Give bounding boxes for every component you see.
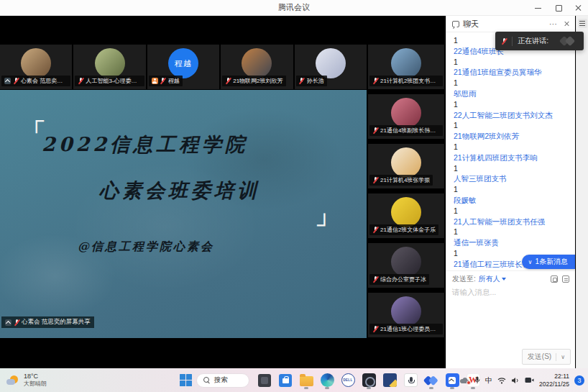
tray-microphone[interactable] [474, 376, 480, 384]
recorder-icon [404, 373, 418, 387]
taskbar-search[interactable]: 搜索 [196, 373, 249, 388]
send-to-dropdown[interactable]: 所有人 [479, 274, 506, 284]
new-message-pill[interactable]: ∨ 1条新消息 [522, 255, 575, 269]
chat-panel: 聊天 ⋯ 122通信4班班长121通信1班组宣委员冀瑞华1邬思雨122人工智能二… [446, 16, 575, 368]
slide-footer: @信息工程学院心素会 [78, 240, 214, 255]
chat-message: 21通信1班组宣委员冀瑞华 [454, 67, 568, 78]
tray-video[interactable] [525, 377, 534, 383]
chat-message: 1 [454, 57, 568, 68]
participant-tile[interactable]: 孙长浩 [295, 45, 367, 89]
participant-tile[interactable]: 21通信1班心理委员杨卓然 [368, 293, 444, 337]
store-icon [279, 374, 292, 387]
taskbar-app-recorder[interactable] [403, 372, 418, 389]
shared-screen[interactable]: 「 2022信息工程学院 心素会班委培训 」 @信息工程学院心素会 心素会 范思… [0, 90, 367, 338]
participant-name: 21计算机4班张学振 [380, 176, 430, 184]
chat-close-button[interactable] [564, 21, 569, 27]
folder-icon [300, 376, 313, 386]
taskbar-app-powertoys[interactable] [382, 372, 398, 389]
chat-message: 1 [454, 206, 568, 216]
minimize-button[interactable] [535, 4, 542, 12]
chat-message: 1 [454, 184, 568, 195]
chat-message: 1 [454, 120, 568, 131]
participant-name: 人工智能3-心理委员陈妙音 [86, 77, 141, 85]
chat-more-button[interactable]: ⋯ [549, 20, 558, 27]
mic-muted-icon [160, 78, 166, 85]
chat-messages[interactable]: 122通信4班班长121通信1班组宣委员冀瑞华1邬思雨122人工智能二班团支书刘… [446, 32, 575, 270]
weather-desc: 大部晴朗 [24, 380, 47, 388]
powertoys-icon [383, 373, 397, 387]
tray-volume[interactable] [511, 377, 520, 384]
new-message-text: 1条新消息 [535, 257, 568, 267]
mic-muted-icon [372, 78, 378, 85]
chat-message: 1 [454, 142, 568, 152]
speaking-indicator-tooltip: 正在讲话: [495, 32, 584, 50]
start-button[interactable] [180, 374, 192, 386]
taskbar-app-explorer[interactable] [298, 372, 314, 389]
participant-name: 孙长浩 [307, 77, 324, 85]
chat-input[interactable]: 请输入消息... [446, 286, 575, 300]
weather-widget[interactable]: 18°C 大部晴朗 [6, 368, 47, 392]
ime-indicator[interactable]: 中 [485, 375, 492, 386]
participant-label: 21通信1班心理委员杨卓然 [369, 324, 443, 334]
weather-icon [6, 374, 20, 387]
participant-tile[interactable]: 21计算机4班张学振 [368, 144, 444, 188]
search-label: 搜索 [214, 375, 228, 385]
participant-name: 心素会 范思奕的屏幕共享 [21, 77, 68, 85]
chat-message: 邬思雨 [454, 88, 568, 99]
mic-muted-icon [372, 227, 378, 234]
send-button[interactable]: 发送(S) ∨ [522, 349, 571, 365]
clock[interactable]: 22:11 2022/11/25 [539, 373, 569, 388]
participant-label: 心素会 范思奕的屏幕共享 [1, 76, 70, 86]
slide-title-line1: 2022信息工程学院 [42, 132, 248, 158]
participant-tile[interactable]: 21计算机2班团支书吴四鸿 [368, 45, 444, 89]
avatar [391, 48, 421, 78]
slide-title-line2: 心素会班委培训 [99, 178, 260, 204]
avatar [316, 48, 346, 78]
participant-tile[interactable]: 21通信2班文体金子乐 [368, 193, 444, 238]
mic-muted-icon [299, 78, 305, 85]
mic-muted-icon [372, 127, 378, 135]
taskbar-app-store[interactable] [277, 372, 293, 389]
participant-tile[interactable]: 21通信4班副班长韩思睿 [368, 94, 444, 139]
avatar [391, 147, 421, 178]
tray-show-hidden-button[interactable] [449, 378, 454, 382]
taskbar-app-widgets[interactable] [257, 372, 272, 389]
right-thumbnail-column: 21计算机2班团支书吴四鸿21通信4班副班长韩思睿21计算机4班张学振21通信2… [368, 45, 444, 342]
notification-badge[interactable]: 3 [574, 375, 584, 386]
participant-tile[interactable]: 综合办公室贾子冰 [368, 243, 444, 288]
chat-message: 通信一班张贵 [454, 237, 568, 248]
tray-date: 2022/11/25 [539, 380, 569, 388]
mic-muted-icon [372, 326, 378, 333]
chat-message: 21物联网2班刘依芳 [454, 131, 568, 142]
chat-message: 22人工智能二班团支书刘文杰 [454, 110, 568, 121]
chat-message: 1 [454, 227, 568, 237]
camera-app-icon [362, 373, 376, 387]
speaking-label: 正在讲话: [518, 36, 548, 46]
participant-name: 21物联网2班刘欣芳 [233, 77, 282, 85]
taskbar-app-meeting[interactable] [423, 372, 439, 389]
chat-message: 1 [454, 163, 568, 174]
chat-history-icon[interactable] [562, 275, 569, 283]
chevron-down-icon: ∨ [561, 354, 565, 360]
participant-tile[interactable]: 21物联网2班刘欣芳 [221, 45, 293, 89]
avatar [21, 48, 51, 78]
taskbar-app-dell[interactable]: DELL [340, 372, 356, 389]
participant-label: 21通信2班文体金子乐 [369, 224, 438, 235]
chat-message: 1 [454, 78, 568, 88]
menu-hamburger-button[interactable] [578, 19, 587, 28]
taskbar-app-camera[interactable] [361, 372, 377, 389]
top-thumbnail-row: 心素会 范思奕的屏幕共享人工智能3-心理委员陈妙音程越程越21物联网2班刘欣芳孙… [0, 45, 367, 89]
maximize-button[interactable] [555, 4, 562, 12]
speaker-icon [511, 377, 520, 384]
screenshot-icon[interactable] [551, 275, 558, 283]
participant-tile[interactable]: 心素会 范思奕的屏幕共享 [0, 45, 72, 89]
chat-message: 1 [454, 99, 568, 110]
video-camera-icon [525, 377, 534, 383]
tray-cloud[interactable] [459, 377, 469, 384]
participant-tile[interactable]: 程越程越 [147, 45, 219, 89]
taskbar-app-edge[interactable] [319, 372, 335, 389]
chat-bubble-icon [452, 21, 459, 27]
participant-tile[interactable]: 人工智能3-心理委员陈妙音 [73, 45, 145, 89]
close-button[interactable] [575, 4, 582, 12]
tray-wifi[interactable] [497, 377, 506, 384]
